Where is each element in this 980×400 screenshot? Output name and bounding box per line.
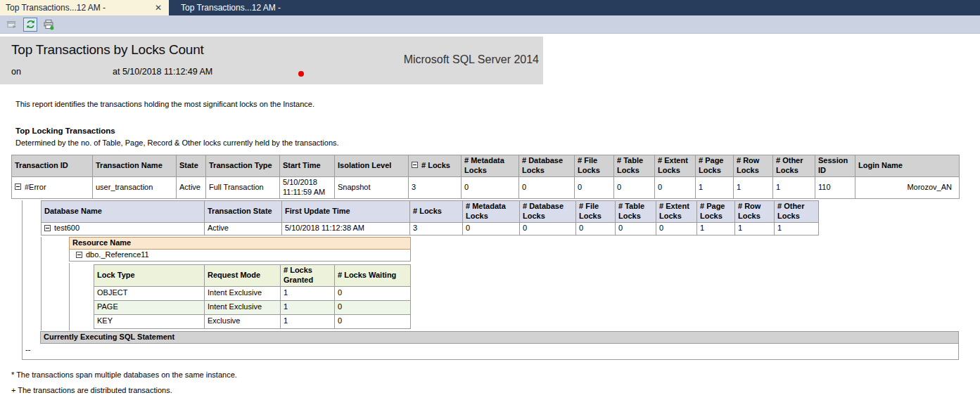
header-cell: Request Mode [205, 265, 281, 287]
drilldown-rail [41, 237, 42, 330]
table-cell: 0 [614, 176, 655, 198]
table-cell: user_transaction [93, 176, 177, 198]
table-cell: 1 [697, 222, 735, 235]
tab-top-transactions-inactive[interactable]: Top Transactions...12 AM - [174, 0, 288, 15]
header-cell: Resource Name [70, 238, 411, 250]
table-cell: 0 [616, 222, 656, 235]
table-cell: 1 [734, 176, 773, 198]
drilldown-rail [22, 200, 23, 360]
header-cell: # Other Locks [775, 201, 819, 223]
tab-top-transactions-active[interactable]: Top Transactions...12 AM - ✕ [0, 0, 169, 15]
cell-value: test600 [54, 224, 79, 232]
collapse-icon[interactable] [15, 183, 21, 190]
table-cell: 0 [335, 286, 411, 300]
resource-header-row: Resource Name [70, 238, 411, 250]
table-cell: KEY [94, 314, 205, 328]
print-icon [43, 19, 54, 30]
refresh-button[interactable] [23, 18, 37, 32]
header-cell: # Locks Granted [281, 265, 335, 287]
table-cell: 1 [281, 314, 335, 328]
table-cell: Intent Exclusive [205, 286, 281, 300]
table-cell: 110 [815, 176, 855, 198]
footnote-distributed: + The transactions are distributed trans… [11, 386, 172, 394]
header-cell: Transaction ID [12, 155, 93, 177]
table-cell: 5/10/2018 11:12:38 AM [282, 222, 410, 235]
header-cell: # Extent Locks [656, 201, 697, 223]
table-cell: Full Transaction [206, 176, 280, 198]
header-cell: Start Time [280, 155, 335, 177]
cell-value: #Error [25, 183, 46, 191]
table-cell: 0 [575, 176, 614, 198]
product-label: Microsoft SQL Server 2014 [404, 53, 539, 66]
header-cell: # Metadata Locks [463, 201, 520, 223]
lock-row: PAGE Intent Exclusive 1 0 [94, 300, 411, 314]
document-tab-bar: Top Transactions...12 AM - ✕ Top Transac… [0, 0, 980, 15]
table-cell: 0 [520, 222, 576, 235]
database-row: test600 Active 5/10/2018 11:12:38 AM 3 0… [42, 222, 819, 235]
close-icon[interactable]: ✕ [153, 4, 163, 12]
header-cell: # Database Locks [520, 201, 576, 223]
header-cell: # Database Locks [519, 155, 575, 177]
header-cell: # Locks Waiting [335, 265, 411, 287]
header-cell: # Page Locks [697, 201, 735, 223]
databases-header-row: Database Name Transaction State First Up… [42, 201, 819, 223]
sql-statement-header: Currently Executing SQL Statement [40, 331, 959, 344]
report-header-band: Top Transactions by Locks Count on at 5/… [0, 37, 543, 84]
sql-statement-value: -- [22, 344, 959, 360]
table-cell: PAGE [94, 300, 205, 314]
table-cell: 3 [410, 222, 463, 235]
resource-table: Resource Name dbo._Reference11 [69, 237, 411, 262]
header-cell: # Row Locks [735, 201, 775, 223]
transactions-header-row: Transaction ID Transaction Name State Tr… [12, 155, 960, 177]
table-cell: Snapshot [335, 176, 409, 198]
table-cell: 0 [656, 222, 697, 235]
header-cell: # File Locks [576, 201, 616, 223]
databases-table: Database Name Transaction State First Up… [41, 200, 819, 236]
collapse-icon[interactable] [412, 162, 418, 168]
header-cell: # Other Locks [773, 155, 815, 177]
report-description: This report identifies the transactions … [15, 100, 314, 108]
table-cell: 0 [335, 314, 411, 328]
tab-label: Top Transactions...12 AM - [181, 3, 281, 13]
table-cell: 1 [775, 222, 819, 235]
header-cell: Transaction Type [206, 155, 280, 177]
header-cell: Database Name [42, 201, 205, 223]
table-cell: 0 [576, 222, 616, 235]
header-cell: # Locks [409, 155, 462, 177]
header-cell: State [177, 155, 206, 177]
section-title: Top Locking Transactions [15, 127, 115, 135]
report-toolbar [0, 15, 980, 34]
header-cell: # Table Locks [616, 201, 656, 223]
table-cell: 1 [281, 286, 335, 300]
table-cell: 1 [696, 176, 734, 198]
header-cell: # Metadata Locks [462, 155, 519, 177]
header-cell: First Update Time [282, 201, 410, 223]
table-cell: 0 [463, 222, 520, 235]
collapse-icon[interactable] [44, 225, 51, 231]
footnote-span-databases: * The transactions span multiple databas… [11, 370, 237, 379]
header-cell: # Extent Locks [655, 155, 696, 177]
table-cell: Morozov_AN [855, 176, 960, 198]
lock-row: KEY Exclusive 1 0 [94, 314, 411, 328]
table-cell: 0 [655, 176, 696, 198]
table-cell: OBJECT [94, 286, 205, 300]
header-cell: Transaction Name [93, 155, 177, 177]
header-cell: # Row Locks [734, 155, 773, 177]
table-cell: 0 [462, 176, 519, 198]
table-cell: Active [177, 176, 206, 198]
table-cell: 1 [735, 222, 775, 235]
header-cell: # Locks [410, 201, 463, 223]
header-cell: Lock Type [94, 265, 205, 287]
transactions-table: Transaction ID Transaction Name State Tr… [11, 155, 960, 199]
transaction-row: #Error user_transaction Active Full Tran… [12, 176, 960, 198]
table-cell: Exclusive [205, 314, 281, 328]
table-cell: 0 [519, 176, 575, 198]
report-options-button[interactable] [5, 18, 19, 32]
drilldown-rail [69, 263, 70, 330]
table-cell: 1 [281, 300, 335, 314]
table-cell: #Error [12, 176, 93, 198]
collapse-icon[interactable] [76, 252, 82, 258]
server-on-label: on [11, 67, 21, 77]
print-button[interactable] [42, 18, 56, 32]
table-cell: dbo._Reference11 [70, 250, 411, 262]
